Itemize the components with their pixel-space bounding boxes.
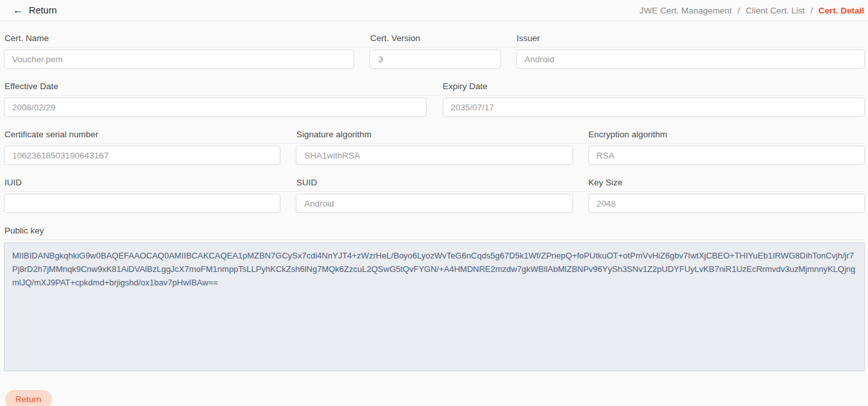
input-strip xyxy=(4,146,865,165)
form-row-2: Effective Date Expiry Date xyxy=(4,77,865,117)
label-strip: IUID SUID Key Size xyxy=(4,173,865,192)
input-strip xyxy=(4,97,865,117)
breadcrumb-item-jwe-cert-management[interactable]: JWE Cert. Management xyxy=(640,6,732,15)
key-size-input[interactable] xyxy=(588,194,865,213)
effective-date-label: Effective Date xyxy=(4,82,427,91)
label-strip: Cert. Name Cert. Version Issuer xyxy=(4,29,865,47)
public-key-textarea[interactable]: MIIBIDANBgkqhkiG9w0BAQEFAAOCAQ0AMIIBCAKC… xyxy=(4,242,865,371)
breadcrumb: JWE Cert. Management / Client Cert. List… xyxy=(640,6,864,15)
input-strip xyxy=(4,49,865,69)
cert-detail-page: ← Return JWE Cert. Management / Client C… xyxy=(0,0,868,406)
breadcrumb-separator: / xyxy=(738,6,740,15)
suid-label: SUID xyxy=(296,178,573,187)
serial-number-label: Certificate serial number xyxy=(4,130,281,139)
public-key-label: Public key xyxy=(4,226,865,235)
input-strip xyxy=(4,194,865,213)
serial-number-input[interactable] xyxy=(4,146,280,165)
label-strip: Effective Date Expiry Date xyxy=(4,77,865,96)
suid-input[interactable] xyxy=(296,194,572,213)
back-link-label: Return xyxy=(29,5,57,15)
issuer-input[interactable] xyxy=(516,49,865,69)
issuer-label: Issuer xyxy=(516,34,865,43)
breadcrumb-separator: / xyxy=(810,6,813,15)
expiry-date-label: Expiry Date xyxy=(443,82,865,91)
label-strip: Certificate serial number Signature algo… xyxy=(4,125,865,144)
key-size-label: Key Size xyxy=(588,178,865,187)
effective-date-input[interactable] xyxy=(4,97,427,117)
signature-algorithm-label: Signature algorithm xyxy=(296,130,573,139)
expiry-date-input[interactable] xyxy=(443,97,865,117)
iuid-label: IUID xyxy=(4,178,281,187)
cert-detail-form: Cert. Name Cert. Version Issuer Effectiv… xyxy=(0,21,868,406)
breadcrumb-item-client-cert-list[interactable]: Client Cert. List xyxy=(745,6,804,15)
signature-algorithm-input[interactable] xyxy=(296,146,572,165)
iuid-input[interactable] xyxy=(4,194,280,213)
back-arrow-icon: ← xyxy=(13,5,23,15)
encryption-algorithm-input[interactable] xyxy=(588,146,865,165)
form-row-public-key: Public key MIIBIDANBgkqhkiG9w0BAQEFAAOCA… xyxy=(4,221,865,371)
cert-name-label: Cert. Name xyxy=(4,34,355,43)
breadcrumb-item-cert-detail: Cert. Detail xyxy=(819,6,864,15)
form-row-4: IUID SUID Key Size xyxy=(4,173,865,213)
form-row-3: Certificate serial number Signature algo… xyxy=(4,125,865,165)
label-strip: Public key xyxy=(4,221,865,240)
topbar: ← Return JWE Cert. Management / Client C… xyxy=(0,0,868,21)
cert-version-label: Cert. Version xyxy=(370,34,501,43)
return-button[interactable]: Return xyxy=(5,390,52,406)
form-row-1: Cert. Name Cert. Version Issuer xyxy=(4,29,865,69)
cert-version-input[interactable] xyxy=(370,49,500,69)
cert-name-input[interactable] xyxy=(4,49,354,69)
encryption-algorithm-label: Encryption algorithm xyxy=(588,130,865,139)
back-link[interactable]: ← Return xyxy=(13,5,57,15)
